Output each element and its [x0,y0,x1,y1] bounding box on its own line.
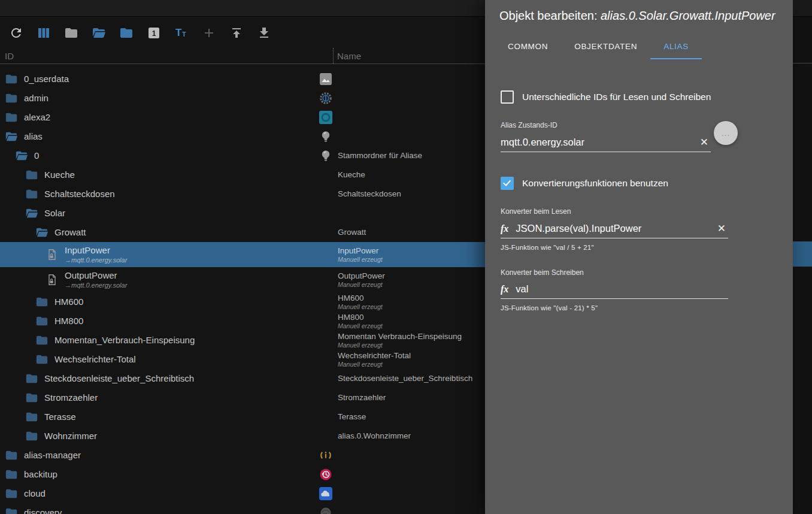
read-converter-input[interactable]: fx JSON.parse(val).InputPower ✕ [501,223,728,238]
folder-icon[interactable] [25,188,38,201]
different-ids-checkbox[interactable] [501,90,514,104]
folder-open-icon[interactable] [15,149,28,162]
folder-icon[interactable] [35,353,49,366]
tree-row-OutputPower[interactable]: OutputPower→mqtt.0.energy.solarOutputPow… [0,267,485,292]
tree-row-0[interactable]: 0Stammordner für Aliase [0,146,485,165]
add-object-icon[interactable] [201,25,217,41]
upload-icon[interactable] [229,25,244,41]
tree-row-admin[interactable]: admin [0,89,485,108]
download-icon[interactable] [256,25,272,41]
write-converter-value[interactable]: val [516,283,728,295]
collapse-all-folder-icon[interactable] [63,25,79,41]
tab-alias[interactable]: ALIAS [650,36,702,59]
tree-row-Kueche[interactable]: KuecheKueche [0,165,485,185]
folder-icon[interactable] [35,334,49,347]
tab-common[interactable]: COMMON [495,36,561,59]
tree-row-0_userdata[interactable]: 0_userdata [0,69,485,89]
id-cell: 0 [0,146,319,165]
folder-icon[interactable] [25,391,38,404]
write-converter-input[interactable]: fx val [501,283,728,299]
object-name: Kueche [338,170,365,180]
tree-row-Schaltsteckdosen[interactable]: SchaltsteckdosenSchaltsteckdosen [0,185,485,204]
object-name: OutputPower [338,271,385,281]
tree-row-HM800[interactable]: HM800HM800Manuell erzeugt [0,312,485,331]
tree-row-Steckdosenleiste_ueber_Schreibtisch[interactable]: Steckdosenleiste_ueber_SchreibtischSteck… [0,369,485,388]
alias-id-value[interactable]: mqtt.0.energy.solar [501,137,695,148]
read-converter-label: Konverter beim Lesen [501,207,777,216]
folder-icon[interactable] [5,487,18,500]
folder-open-icon[interactable] [25,207,38,220]
dialog-tabs: COMMON OBJEKTDATEN ALIAS [495,36,793,59]
tree-row-HM600[interactable]: HM600HM600Manuell erzeugt [0,292,485,312]
name-cell: OutputPowerManuell erzeugt [319,267,485,292]
folder-open-icon[interactable] [5,130,18,143]
clear-icon[interactable]: ✕ [717,223,726,234]
name-cell [319,204,485,223]
object-name-sub: Manuell erzeugt [338,341,462,349]
column-select-icon[interactable] [36,25,51,41]
folder-icon[interactable] [35,315,49,328]
tree-row-alias[interactable]: alias [0,127,485,146]
name-cell [319,89,485,108]
id-cell: Wohnzimmer [0,427,319,446]
tree-row-Growatt[interactable]: GrowattGrowatt [0,223,485,242]
refresh-icon[interactable] [8,25,24,41]
id-cell: alias-manager [0,446,319,465]
folder-icon[interactable] [5,111,18,124]
folder-icon[interactable] [5,468,18,481]
name-cell [319,69,485,89]
tree-row-alexa2[interactable]: alexa2 [0,108,485,127]
tree-row-backitup[interactable]: backitup [0,465,485,484]
tree-row-Stromzaehler[interactable]: StromzaehlerStromzaehler [0,388,485,407]
folder-icon[interactable] [5,506,18,514]
name-cell: Terasse [319,407,485,427]
folder-icon[interactable] [25,410,38,424]
tab-objektdaten[interactable]: OBJEKTDATEN [561,36,650,59]
clear-icon[interactable]: ✕ [700,137,708,147]
expand-all-folder-icon[interactable] [91,25,107,41]
collapse-level-folder-icon[interactable] [119,25,134,41]
folder-icon[interactable] [25,168,38,182]
folder-icon[interactable] [5,92,18,105]
folder-icon[interactable] [25,430,38,443]
select-id-button[interactable]: ... [714,121,738,145]
object-name: InputPower [338,246,383,256]
name-icon-slot [319,430,332,443]
folder-icon[interactable] [25,372,38,385]
use-converters-checkbox[interactable] [501,177,514,190]
object-id: HM800 [54,316,83,326]
id-cell: admin [0,89,319,108]
id-cell: Stromzaehler [0,388,319,407]
name-filter-input[interactable]: Name [337,51,361,61]
folder-open-icon[interactable] [35,226,49,239]
tree-row-alias-manager[interactable]: alias-manager [0,446,485,465]
column-resizer[interactable] [333,48,334,64]
expand-level-1-icon[interactable]: 1 [146,25,162,41]
id-cell: Momentan_Verbrauch-Einspeisung [0,331,319,350]
folder-icon[interactable] [5,449,18,462]
show-name-text-icon[interactable]: TT [174,25,189,41]
tree-row-Wohnzimmer[interactable]: Wohnzimmeralias.0.Wohnzimmer [0,427,485,446]
folder-icon[interactable] [5,72,18,86]
tree-row-Wechselrichter-Total[interactable]: Wechselrichter-TotalWechselrichter-Total… [0,350,485,369]
tree-row-Momentan_Verbrauch-Einspeisung[interactable]: Momentan_Verbrauch-EinspeisungMomentan V… [0,331,485,350]
tree-row-Solar[interactable]: Solar [0,204,485,223]
objects-tree: 0_userdataadminalexa2alias0Stammordner f… [0,69,485,514]
objects-panel: 1TT ID Name 0_userdataadminalexa2alias0S… [0,17,485,514]
object-name: Terasse [338,412,366,422]
tree-row-cloud[interactable]: cloud [0,484,485,503]
object-name-sub: Manuell erzeugt [338,256,383,263]
alias-manager-icon [319,449,332,462]
alias-id-input[interactable]: mqtt.0.energy.solar ✕ [501,137,711,152]
name-icon-slot [319,391,332,404]
object-id: alexa2 [24,113,50,123]
tree-row-discovery[interactable]: discovery [0,503,485,514]
tree-row-Terasse[interactable]: TerasseTerasse [0,407,485,427]
object-id: 0_userdata [24,74,69,84]
id-filter-input[interactable]: ID [5,51,14,61]
read-converter-value[interactable]: JSON.parse(val).InputPower [516,223,712,234]
tree-row-InputPower[interactable]: InputPower→mqtt.0.energy.solarInputPower… [0,242,485,267]
name-icon-slot [319,334,332,347]
folder-icon[interactable] [35,295,49,309]
id-cell: alias [0,127,319,146]
